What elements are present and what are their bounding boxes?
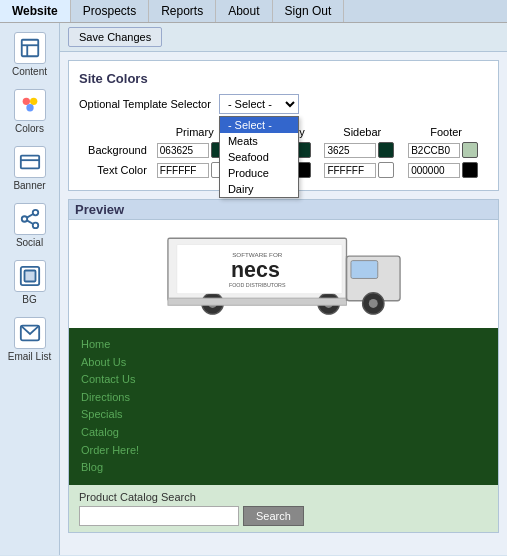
template-dropdown: - Select - Meats Seafood Produce Dairy — [219, 116, 299, 198]
truck-area: SOFTWARE FOR necs FOOD DISTRIBUTORS — [69, 220, 498, 328]
footer-link-about[interactable]: About Us — [81, 354, 486, 372]
text-footer-swatch[interactable] — [462, 162, 478, 178]
search-button[interactable]: Search — [243, 506, 304, 526]
colors-panel: Site Colors Optional Template Selector -… — [68, 60, 499, 191]
svg-rect-25 — [167, 298, 346, 305]
footer-link-catalog[interactable]: Catalog — [81, 424, 486, 442]
search-row: Search — [79, 506, 488, 526]
footer-link-directions[interactable]: Directions — [81, 389, 486, 407]
svg-point-24 — [368, 299, 377, 308]
layout: Content Colors Banner — [0, 23, 507, 555]
footer-link-home[interactable]: Home — [81, 336, 486, 354]
svg-rect-0 — [21, 40, 38, 57]
content-area: Site Colors Optional Template Selector -… — [60, 52, 507, 555]
main-content: Save Changes Site Colors Optional Templa… — [60, 23, 507, 555]
footer-nav: Home About Us Contact Us Directions Spec… — [69, 328, 498, 485]
cell-bg-footer — [404, 140, 488, 160]
bg-icon — [14, 260, 46, 292]
row-bg-label: Background — [79, 140, 153, 160]
cell-text-footer — [404, 160, 488, 180]
svg-point-10 — [32, 223, 38, 229]
text-primary-input[interactable] — [157, 163, 209, 178]
bg-footer-input[interactable] — [408, 143, 460, 158]
nav-about[interactable]: About — [216, 0, 272, 22]
template-select-wrapper: - Select - Meats Seafood Produce Dairy -… — [219, 94, 299, 114]
sidebar-content-label: Content — [12, 66, 47, 77]
search-input[interactable] — [79, 506, 239, 526]
svg-rect-6 — [20, 156, 38, 169]
bg-footer-swatch[interactable] — [462, 142, 478, 158]
svg-point-5 — [26, 104, 33, 111]
template-label: Optional Template Selector — [79, 98, 211, 110]
sidebar-banner-label: Banner — [13, 180, 45, 191]
top-nav: Website Prospects Reports About Sign Out — [0, 0, 507, 23]
sidebar: Content Colors Banner — [0, 23, 60, 555]
dropdown-item-meats[interactable]: Meats — [220, 133, 298, 149]
save-button[interactable]: Save Changes — [68, 27, 162, 47]
nav-prospects[interactable]: Prospects — [71, 0, 149, 22]
sidebar-item-colors[interactable]: Colors — [3, 84, 57, 139]
nav-website[interactable]: Website — [0, 0, 71, 22]
svg-rect-14 — [24, 271, 35, 282]
footer-link-specials[interactable]: Specials — [81, 406, 486, 424]
toolbar: Save Changes — [60, 23, 507, 52]
preview-panel: SOFTWARE FOR necs FOOD DISTRIBUTORS Home — [68, 220, 499, 533]
email-icon — [14, 317, 46, 349]
svg-point-9 — [21, 216, 27, 222]
sidebar-item-email[interactable]: Email List — [3, 312, 57, 367]
cell-text-sidebar — [320, 160, 404, 180]
dropdown-item-seafood[interactable]: Seafood — [220, 149, 298, 165]
site-colors-title: Site Colors — [79, 71, 488, 86]
social-icon — [14, 203, 46, 235]
footer-link-contact[interactable]: Contact Us — [81, 371, 486, 389]
banner-icon — [14, 146, 46, 178]
footer-link-order[interactable]: Order Here! — [81, 442, 486, 460]
text-footer-input[interactable] — [408, 163, 460, 178]
col-footer: Footer — [404, 124, 488, 140]
preview-section: Preview — [68, 199, 499, 533]
svg-line-12 — [26, 214, 32, 218]
svg-line-11 — [26, 220, 32, 224]
footer-link-blog[interactable]: Blog — [81, 459, 486, 477]
dropdown-item-select[interactable]: - Select - — [220, 117, 298, 133]
svg-text:necs: necs — [231, 258, 280, 282]
search-label: Product Catalog Search — [79, 491, 488, 503]
content-icon — [14, 32, 46, 64]
truck-svg: SOFTWARE FOR necs FOOD DISTRIBUTORS — [159, 224, 409, 324]
sidebar-item-content[interactable]: Content — [3, 27, 57, 82]
sidebar-item-social[interactable]: Social — [3, 198, 57, 253]
svg-point-8 — [32, 210, 38, 216]
sidebar-item-banner[interactable]: Banner — [3, 141, 57, 196]
dropdown-item-dairy[interactable]: Dairy — [220, 181, 298, 197]
bg-primary-input[interactable] — [157, 143, 209, 158]
template-selector-row: Optional Template Selector - Select - Me… — [79, 94, 488, 114]
cell-bg-sidebar — [320, 140, 404, 160]
template-select[interactable]: - Select - Meats Seafood Produce Dairy — [219, 94, 299, 114]
sidebar-item-bg[interactable]: BG — [3, 255, 57, 310]
svg-rect-18 — [350, 261, 377, 279]
sidebar-email-label: Email List — [8, 351, 51, 362]
bg-sidebar-swatch[interactable] — [378, 142, 394, 158]
svg-text:FOOD DISTRIBUTORS: FOOD DISTRIBUTORS — [228, 282, 285, 288]
preview-title: Preview — [68, 199, 499, 220]
colors-icon — [14, 89, 46, 121]
dropdown-item-produce[interactable]: Produce — [220, 165, 298, 181]
svg-point-4 — [30, 98, 37, 105]
row-text-label: Text Color — [79, 160, 153, 180]
search-bar: Product Catalog Search Search — [69, 485, 498, 532]
svg-point-3 — [22, 98, 29, 105]
sidebar-social-label: Social — [16, 237, 43, 248]
nav-signout[interactable]: Sign Out — [273, 0, 345, 22]
text-sidebar-swatch[interactable] — [378, 162, 394, 178]
sidebar-colors-label: Colors — [15, 123, 44, 134]
nav-reports[interactable]: Reports — [149, 0, 216, 22]
text-sidebar-input[interactable] — [324, 163, 376, 178]
sidebar-bg-label: BG — [22, 294, 36, 305]
bg-sidebar-input[interactable] — [324, 143, 376, 158]
col-sidebar: Sidebar — [320, 124, 404, 140]
